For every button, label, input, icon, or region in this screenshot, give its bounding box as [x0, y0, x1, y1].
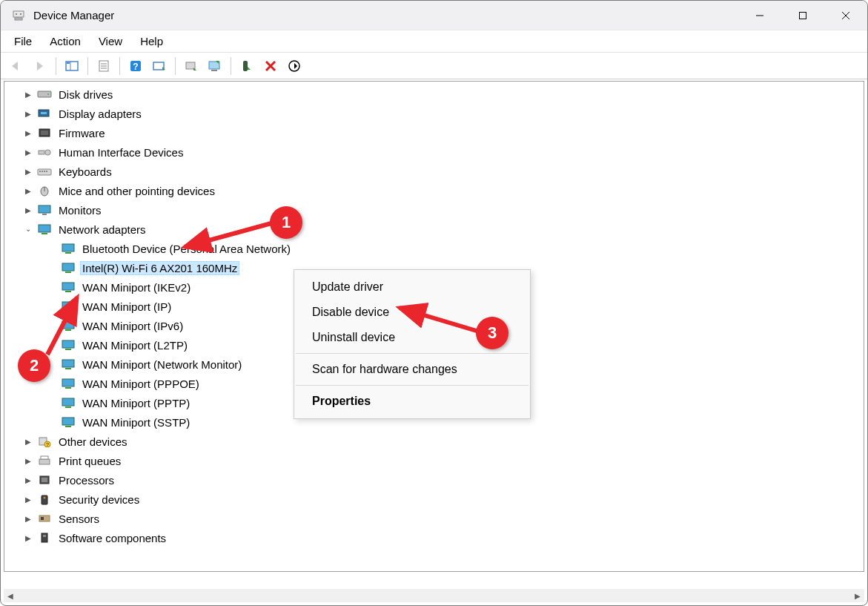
tree-item-security-devices[interactable]: ▶ Security devices — [4, 490, 864, 509]
chevron-right-icon[interactable]: ▶ — [22, 165, 34, 177]
svg-marker-8 — [12, 62, 18, 70]
tree-item-network-adapters[interactable]: ⌄ Network adapters — [4, 220, 864, 239]
scroll-track[interactable] — [17, 589, 851, 602]
menu-bar: File Action View Help — [1, 30, 867, 53]
tree-item-processors[interactable]: ▶ Processors — [4, 470, 864, 490]
disable-device-button[interactable] — [204, 56, 226, 76]
tree-item-label: Security devices — [56, 493, 142, 507]
tree-item-hid[interactable]: ▶ Human Interface Devices — [4, 142, 864, 162]
tree-item-display-adapters[interactable]: ▶ Display adapters — [4, 104, 864, 123]
firmware-icon — [37, 126, 52, 139]
tree-item-label: Processors — [56, 473, 116, 487]
svg-rect-43 — [44, 171, 45, 172]
tree-item-label: WAN Miniport (IPv6) — [80, 319, 185, 333]
chevron-right-icon[interactable]: ▶ — [22, 127, 34, 139]
chevron-right-icon[interactable]: ▶ — [22, 185, 34, 197]
svg-rect-35 — [41, 112, 47, 114]
svg-rect-26 — [243, 61, 248, 71]
svg-rect-41 — [39, 171, 41, 172]
context-scan-hardware[interactable]: Scan for hardware changes — [294, 357, 530, 382]
svg-rect-52 — [65, 252, 71, 254]
tree-item-sensors[interactable]: ▶ Sensors — [4, 509, 864, 528]
tree-item-mice[interactable]: ▶ Mice and other pointing devices — [4, 181, 864, 200]
annotation-badge-3: 3 — [476, 317, 508, 349]
svg-rect-64 — [65, 368, 71, 369]
monitor-icon — [37, 203, 52, 217]
tree-item-label: WAN Miniport (SSTP) — [80, 415, 192, 429]
chevron-right-icon[interactable]: ▶ — [22, 108, 34, 119]
tree-item-label: Network adapters — [56, 223, 148, 237]
svg-rect-32 — [38, 91, 51, 97]
software-icon — [37, 531, 52, 544]
context-update-driver[interactable]: Update driver — [294, 274, 530, 300]
svg-rect-82 — [42, 533, 47, 542]
scan-button[interactable] — [283, 56, 305, 76]
tree-item-other-devices[interactable]: ▶ ? Other devices — [4, 432, 864, 451]
toolbar-separator — [119, 57, 120, 75]
scroll-right-icon[interactable]: ▶ — [851, 589, 864, 602]
properties-button[interactable] — [93, 56, 115, 76]
chevron-right-icon[interactable]: ▶ — [22, 146, 34, 158]
tree-item-label: WAN Miniport (Network Monitor) — [80, 358, 244, 372]
svg-marker-9 — [37, 62, 43, 70]
enable-device-button[interactable] — [236, 56, 258, 76]
annotation-arrow-2 — [44, 292, 88, 358]
tree-item-label: WAN Miniport (L2TP) — [80, 338, 190, 352]
scroll-left-icon[interactable]: ◀ — [4, 589, 17, 602]
svg-rect-74 — [39, 459, 50, 464]
uninstall-device-button[interactable] — [259, 56, 282, 76]
svg-text:?: ? — [133, 62, 138, 72]
update-driver-button[interactable] — [180, 56, 202, 76]
minimize-button[interactable] — [738, 1, 781, 30]
tree-item-firmware[interactable]: ▶ Firmware — [4, 123, 864, 142]
svg-rect-48 — [42, 214, 47, 215]
show-hide-console-button[interactable] — [61, 56, 83, 76]
menu-file[interactable]: File — [5, 32, 41, 50]
chevron-right-icon[interactable]: ▶ — [22, 88, 34, 100]
scan-hardware-button[interactable] — [148, 56, 170, 76]
horizontal-scrollbar[interactable]: ◀ ▶ — [4, 589, 864, 602]
close-button[interactable] — [824, 1, 867, 30]
chevron-right-icon[interactable]: ▶ — [22, 513, 34, 524]
menu-view[interactable]: View — [90, 32, 131, 50]
annotation-badge-2: 2 — [18, 349, 50, 382]
sensor-icon — [37, 512, 52, 525]
chevron-down-icon[interactable]: ⌄ — [22, 223, 34, 234]
chevron-right-icon[interactable]: ▶ — [22, 474, 34, 486]
tree-item-keyboards[interactable]: ▶ Keyboards — [4, 162, 864, 181]
chevron-right-icon[interactable]: ▶ — [22, 204, 34, 216]
svg-marker-27 — [248, 67, 251, 70]
svg-rect-81 — [41, 517, 44, 520]
svg-marker-31 — [294, 63, 297, 69]
svg-rect-12 — [67, 62, 70, 64]
menu-action[interactable]: Action — [41, 32, 90, 50]
forward-button — [29, 56, 51, 76]
tree-item-print-queues[interactable]: ▶ Print queues — [4, 451, 864, 470]
svg-rect-75 — [41, 456, 48, 459]
context-separator — [296, 385, 529, 386]
annotation-badge-1: 1 — [270, 206, 302, 239]
tree-item-disk-drives[interactable]: ▶ Disk drives — [4, 85, 864, 104]
tree-item-label: Keyboards — [56, 165, 114, 179]
chevron-right-icon[interactable]: ▶ — [22, 455, 34, 467]
toolbar: ? — [1, 53, 867, 79]
svg-rect-51 — [62, 244, 74, 251]
svg-rect-83 — [43, 535, 46, 537]
tree-item-software-components[interactable]: ▶ Software components — [4, 528, 864, 547]
chevron-right-icon[interactable]: ▶ — [22, 435, 34, 447]
tree-item-label: WAN Miniport (IP) — [80, 300, 173, 314]
tree-item-bluetooth[interactable]: Bluetooth Device (Personal Area Network) — [4, 239, 864, 258]
help-button[interactable]: ? — [125, 56, 147, 76]
keyboard-icon — [37, 165, 52, 178]
chevron-right-icon[interactable]: ▶ — [22, 493, 34, 505]
tree-item-monitors[interactable]: ▶ Monitors — [4, 200, 864, 220]
svg-rect-70 — [65, 426, 71, 427]
context-properties[interactable]: Properties — [294, 389, 530, 414]
svg-rect-0 — [13, 11, 24, 17]
tree-item-label-selected: Intel(R) Wi-Fi 6 AX201 160MHz — [80, 261, 239, 275]
svg-line-89 — [400, 308, 479, 332]
menu-help[interactable]: Help — [131, 32, 172, 50]
maximize-button[interactable] — [781, 1, 824, 30]
network-adapter-icon — [61, 396, 76, 409]
chevron-right-icon[interactable]: ▶ — [22, 532, 34, 544]
